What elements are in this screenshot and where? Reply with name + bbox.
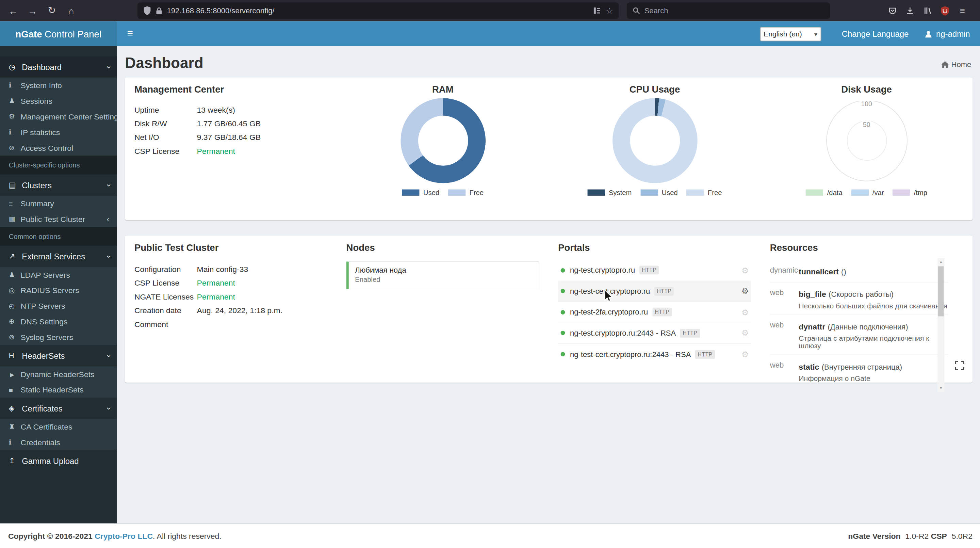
disk-legend: /data /var /tmp [770,189,963,196]
portal-row[interactable]: ng-test-cert.cryptopro.ru:2443 - RSA HTT… [558,344,751,365]
browser-home-button[interactable]: ⌂ [63,2,80,19]
sidebar-item-static-headersets[interactable]: ■ Static HeaderSets [0,382,117,398]
sidebar-item-credentials[interactable]: ℹ Credentials [0,435,117,450]
copyright-years: Copyright © 2016-2021 [8,532,92,540]
company-link[interactable]: Crypto-Pro LLC [95,532,153,540]
portal-row[interactable]: ng-test-2fa.cryptopro.ru HTTP ⚙ [558,302,751,323]
cpu-panel: CPU Usage System Used Free [549,78,761,220]
sidebar-item-ca-certificates[interactable]: ♜ CA Certificates [0,419,117,435]
access-control-icon: ⊘ [9,143,21,152]
resource-list: dynamic tunnellcert() web big_file(Скоро… [770,260,948,387]
sidebar-item-clusters[interactable]: ▤ Clusters ‹ [0,174,117,195]
lock-icon[interactable] [156,6,162,14]
sidebar-section-cluster-specific: Cluster-specific options [0,156,117,174]
sidebar: ◷ Dashboard ‹ ℹ System Info ♟ Sessions ⚙… [0,46,117,523]
browser-back-button[interactable]: ← [5,2,22,19]
brand-bold: nGate [15,29,42,39]
legend-label: /var [872,189,884,196]
breadcrumb-home-label[interactable]: Home [951,60,971,69]
sidebar-item-ip-statistics[interactable]: ℹ IP statistics [0,124,117,140]
gear-icon[interactable]: ⚙ [741,350,749,359]
sidebar-item-gamma-upload[interactable]: ↥ Gamma Upload [0,450,117,471]
sidebar-item-external-services[interactable]: ↗ External Services ‹ [0,246,117,267]
browser-search-input[interactable] [644,6,824,15]
pocket-icon[interactable] [884,2,901,19]
sidebar-item-dynamic-headersets[interactable]: ► Dynamic HeaderSets [0,366,117,382]
gear-icon[interactable]: ⚙ [741,266,749,275]
downloads-icon[interactable] [901,2,919,19]
change-language-button[interactable]: Change Language [831,21,919,46]
gear-icon[interactable]: ⚙ [741,328,749,338]
radius-icon: ◎ [9,286,21,295]
sidebar-item-label: External Services [22,252,85,261]
sidebar-item-radius-servers[interactable]: ◎ RADIUS Servers [0,282,117,298]
scrollbar-thumb[interactable] [938,266,944,316]
cluster-info-table: Configuration Main config-33 CSP License… [134,263,328,331]
sidebar-section-common-options: Common options [0,227,117,246]
adblock-shield-icon[interactable] [936,2,953,19]
legend-label: Free [469,189,484,196]
sidebar-toggle-icon[interactable]: ≡ [117,21,143,46]
home-icon [941,61,949,68]
browser-search-bar[interactable] [627,2,830,19]
reader-view-icon[interactable] [593,7,601,14]
row-value: Aug. 24, 2022, 1:18 p.m. [197,306,282,315]
resource-row: dynamic tunnellcert() [770,260,948,282]
sidebar-item-label: Gamma Upload [22,456,79,466]
gear-icon[interactable]: ⚙ [741,307,749,317]
portal-row[interactable]: ng-test.cryptopro.ru:2443 - RSA HTTP ⚙ [558,323,751,344]
sidebar-item-headersets[interactable]: H HeaderSets ‹ [0,345,117,366]
protocol-badge: HTTP [640,266,659,275]
language-select[interactable]: English (en) ▾ [760,27,821,41]
scroll-down-icon[interactable]: ▾ [937,385,944,392]
search-icon [633,7,640,14]
breadcrumb[interactable]: Home [941,60,971,69]
sidebar-item-label: Public Test Cluster [21,215,86,224]
fullscreen-expand-icon[interactable] [955,360,964,370]
chevron-down-icon: ▾ [814,30,817,37]
portal-row[interactable]: ng-test.cryptopro.ru HTTP ⚙ [558,260,751,281]
resource-type: web [770,361,799,382]
app-logo[interactable]: nGate Control Panel [0,21,117,46]
sidebar-item-dns-settings[interactable]: ⊕ DNS Settings [0,314,117,330]
browser-reload-button[interactable]: ↻ [43,2,60,19]
resource-row: web dynattr(Данные подключения) Страница… [770,315,948,355]
browser-menu-icon[interactable]: ≡ [954,2,971,19]
sidebar-item-summary[interactable]: ≡ Summary [0,196,117,211]
library-icon[interactable] [919,2,936,19]
sidebar-item-label: DNS Settings [21,317,68,326]
user-menu[interactable]: ng-admin [919,21,980,46]
ram-legend: Used Free [347,189,540,196]
sidebar-item-dashboard[interactable]: ◷ Dashboard ‹ [0,56,117,77]
sidebar-item-ntp-servers[interactable]: ◴ NTP Servers [0,298,117,314]
status-dot-icon [561,268,565,272]
sidebar-item-sessions[interactable]: ♟ Sessions [0,93,117,109]
url-bar[interactable]: ☆ [137,2,619,19]
certificate-icon: ◈ [9,404,22,413]
scroll-up-icon[interactable]: ▴ [937,258,944,266]
portal-row[interactable]: ng-test-cert.cryptopro.ru HTTP ⚙ [558,281,751,302]
node-card[interactable]: Любимая нода Enabled [347,261,540,290]
url-input[interactable] [167,6,588,15]
upload-icon: ↥ [9,456,22,465]
gear-icon[interactable]: ⚙ [741,287,749,296]
browser-forward-button[interactable]: → [24,2,41,19]
sidebar-item-certificates[interactable]: ◈ Certificates ‹ [0,398,117,419]
row-label: Configuration [134,265,197,274]
sidebar-item-syslog-servers[interactable]: ⊚ Syslog Servers [0,330,117,345]
legend-swatch [851,190,869,196]
scrollbar[interactable]: ▴ ▾ [937,258,944,392]
row-value: 1.77 GB/60.45 GB [197,119,261,128]
sidebar-item-ldap-servers[interactable]: ♟ LDAP Servers [0,267,117,282]
sidebar-item-system-info[interactable]: ℹ System Info [0,78,117,93]
row-label: Creation date [134,306,197,315]
panel-title: Portals [558,242,751,253]
tracking-shield-icon[interactable] [143,6,151,15]
portals-panel: Portals ng-test.cryptopro.ru HTTP ⚙ ng-t… [549,236,761,382]
bookmark-star-icon[interactable]: ☆ [606,6,613,15]
row-value: Main config-33 [197,265,248,274]
disk-chart: 100 50 [824,98,909,183]
sidebar-item-public-test-cluster[interactable]: ▦ Public Test Cluster ‹ [0,211,117,227]
sidebar-item-management-center-settings[interactable]: ⚙ Management Center Settings [0,109,117,124]
sidebar-item-access-control[interactable]: ⊘ Access Control [0,140,117,156]
